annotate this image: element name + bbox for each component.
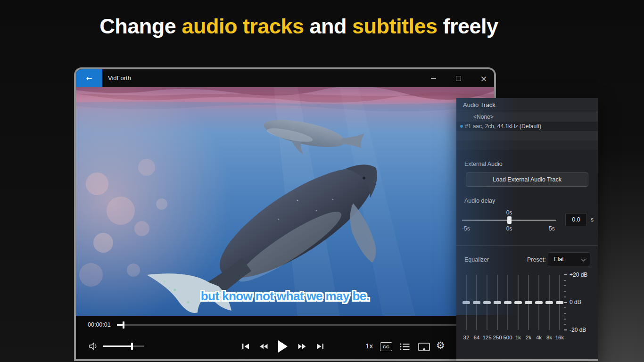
fast-forward-button[interactable]: [298, 343, 306, 350]
close-button[interactable]: ×: [473, 69, 495, 87]
audio-delay-min-label: -5s: [462, 225, 470, 232]
playlist-icon: [400, 343, 410, 351]
player-window: ← VidForth ×: [74, 67, 496, 361]
eq-handle[interactable]: [545, 301, 553, 304]
volume-fill: [103, 346, 132, 347]
audio-delay-mid-label: 0s: [502, 225, 516, 232]
page-title-part: freely: [438, 14, 498, 38]
eq-scale-ticks: [564, 274, 568, 331]
seek-handle[interactable]: [123, 321, 124, 329]
eq-scale-mid-label: 0 dB: [570, 299, 581, 305]
whale-video-frame: [76, 87, 494, 316]
maximize-icon: [456, 76, 461, 81]
preset-dropdown[interactable]: Flat: [548, 252, 590, 266]
audio-delay-value: 0s: [502, 209, 516, 216]
chevron-down-icon: [581, 257, 586, 262]
fast-forward-icon: [298, 343, 306, 350]
skip-next-icon: [316, 343, 324, 350]
section-divider: [456, 245, 598, 246]
page-title-part: Change: [99, 14, 182, 38]
eq-tick: [564, 302, 567, 303]
equalizer-label: Equalizer: [464, 256, 489, 263]
close-icon: ×: [480, 74, 487, 83]
current-time: 00:00:01: [88, 321, 111, 328]
eq-tick: [564, 280, 566, 281]
audio-track-option-label: #1 aac, 2ch, 44.1kHz (Default): [465, 123, 541, 130]
audio-delay-slider[interactable]: [462, 216, 556, 224]
page-title: Change audio tracks and subtitles freely: [0, 14, 598, 39]
rewind-icon: [259, 343, 268, 350]
audio-track-option-default[interactable]: #1 aac, 2ch, 44.1kHz (Default): [456, 122, 598, 131]
playlist-button[interactable]: [400, 343, 410, 352]
audio-delay-handle[interactable]: [507, 216, 512, 224]
eq-tick: [564, 285, 566, 286]
cc-icon: CC: [383, 344, 390, 349]
settings-button[interactable]: ⚙: [436, 340, 445, 351]
eq-handle[interactable]: [504, 301, 512, 304]
audio-track-header: Audio Track: [456, 98, 598, 112]
audio-track-row-empty: [456, 140, 598, 150]
play-button[interactable]: [278, 340, 288, 353]
gear-icon: ⚙: [436, 340, 445, 351]
eq-handle[interactable]: [483, 301, 491, 304]
load-external-audio-button[interactable]: Load External Audio Track: [466, 173, 588, 187]
eq-tick: [564, 307, 566, 308]
skip-previous-icon: [242, 343, 249, 350]
eq-handle[interactable]: [525, 301, 532, 304]
eq-tick: [564, 329, 567, 330]
playback-speed-button[interactable]: 1x: [362, 342, 377, 350]
back-button[interactable]: ←: [76, 69, 102, 87]
video-viewport[interactable]: but know not what we may be.: [76, 87, 494, 316]
preset-label: Preset:: [527, 256, 546, 263]
eq-handle[interactable]: [514, 301, 522, 304]
minimize-icon: [431, 78, 436, 79]
audio-delay-input[interactable]: [565, 213, 587, 226]
page-title-accent-audio-tracks: audio tracks: [182, 14, 304, 38]
volume-slider[interactable]: [103, 346, 144, 347]
volume-handle[interactable]: [131, 343, 133, 350]
next-button[interactable]: [316, 343, 324, 350]
eq-handle[interactable]: [535, 301, 543, 304]
audio-track-option-none[interactable]: <None>: [456, 112, 598, 122]
page-title-accent-subtitles: subtitles: [352, 14, 438, 38]
eq-tick: [564, 296, 566, 297]
rewind-button[interactable]: [259, 343, 268, 350]
video-subtitle: but know not what we may be.: [76, 289, 494, 304]
external-audio-label: External Audio: [464, 161, 503, 167]
player-control-bar: 00:00:01: [76, 316, 494, 359]
previous-button[interactable]: [242, 343, 249, 350]
timeline-row: 00:00:01: [76, 316, 494, 334]
eq-tick: [564, 324, 566, 325]
audio-delay-unit: s: [591, 216, 594, 223]
eq-handle[interactable]: [556, 301, 563, 304]
minimize-button[interactable]: [422, 69, 444, 87]
picture-in-picture-button[interactable]: [418, 343, 430, 353]
titlebar: ← VidForth ×: [76, 69, 494, 87]
maximize-button[interactable]: [447, 69, 469, 87]
audio-settings-panel: Audio Track <None> #1 aac, 2ch, 44.1kHz …: [456, 98, 598, 361]
eq-tick: [564, 319, 566, 320]
subtitles-cc-button[interactable]: CC: [380, 342, 392, 351]
seek-bar[interactable]: [117, 324, 494, 326]
audio-delay-label: Audio delay: [464, 197, 495, 204]
eq-tick: [564, 313, 566, 314]
audio-delay-max-label: 5s: [549, 225, 555, 232]
selected-track-dot: [460, 125, 463, 128]
back-arrow-icon: ←: [86, 74, 92, 83]
preset-value: Flat: [554, 256, 564, 263]
eq-handle[interactable]: [462, 301, 470, 304]
eq-tick: [564, 274, 567, 275]
play-icon: [278, 340, 288, 353]
eq-scale-bottom-label: -20 dB: [570, 327, 586, 333]
eq-scale-top-label: +20 dB: [570, 272, 587, 278]
window-title: VidForth: [108, 74, 131, 82]
eq-handle[interactable]: [494, 301, 501, 304]
controls-row: 1x CC ⚙: [76, 334, 494, 359]
eq-handle[interactable]: [473, 301, 480, 304]
eq-tick: [564, 291, 566, 292]
transport-controls: [242, 334, 324, 359]
picture-in-picture-icon: [418, 343, 430, 352]
eq-band-label: 16k: [551, 335, 568, 340]
audio-track-row-empty: [456, 131, 598, 140]
volume-icon[interactable]: [89, 342, 99, 351]
